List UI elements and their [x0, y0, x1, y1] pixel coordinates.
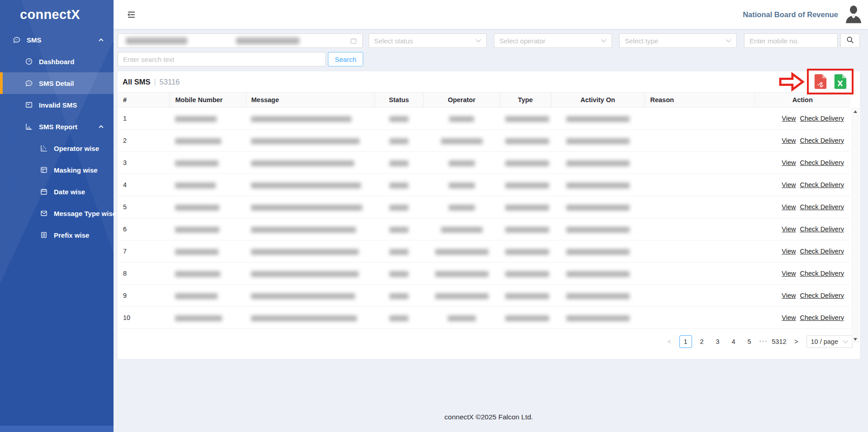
search-button[interactable]: Search [328, 52, 363, 66]
date-range-input[interactable] [118, 33, 363, 48]
mobile-search-button[interactable] [840, 33, 860, 48]
sidebar-item-message-type-wise[interactable]: Message Type wise [0, 202, 114, 224]
filters-row-1: Select status Select operator Select typ… [118, 33, 860, 48]
pagination-last-page[interactable]: 5312 [772, 335, 786, 348]
redacted-message [251, 293, 355, 299]
view-link[interactable]: View [782, 225, 796, 233]
view-link[interactable]: View [782, 292, 796, 299]
reason-cell [645, 285, 754, 307]
row-index: 4 [118, 174, 170, 196]
redacted-type [505, 293, 549, 299]
view-link[interactable]: View [782, 248, 796, 255]
redacted-message [251, 249, 359, 255]
scroll-up-icon[interactable] [854, 110, 857, 113]
pdf-export-icon[interactable] [814, 74, 827, 89]
check-delivery-link[interactable]: Check Delivery [800, 314, 844, 321]
chevron-down-icon [726, 39, 731, 42]
redacted-activity [566, 227, 630, 233]
row-index: 8 [118, 263, 170, 285]
redacted-mobile [175, 249, 218, 255]
status-select[interactable]: Select status [369, 33, 487, 48]
check-delivery-link[interactable]: Check Delivery [800, 248, 844, 255]
chevron-up-icon [99, 38, 104, 42]
redacted-message [251, 138, 360, 144]
redacted-mobile [175, 271, 220, 277]
sidebar-item-dashboard[interactable]: Dashboard [0, 51, 114, 72]
export-annotation-cluster [778, 69, 854, 94]
check-delivery-link[interactable]: Check Delivery [800, 181, 844, 188]
search-text-input[interactable] [123, 52, 320, 66]
sidebar-item-sms[interactable]: SMS [0, 29, 114, 51]
excel-export-icon[interactable] [834, 74, 847, 89]
pagination-ellipsis[interactable]: ••• [759, 338, 768, 345]
sidebar-item-date-wise[interactable]: Date wise [0, 181, 114, 202]
redacted-status [389, 138, 408, 144]
check-delivery-link[interactable]: Check Delivery [800, 137, 844, 144]
menu-fold-icon[interactable] [124, 8, 138, 21]
sidebar-item-masking-wise[interactable]: Masking wise [0, 159, 114, 181]
check-delivery-link[interactable]: Check Delivery [800, 159, 844, 166]
check-delivery-link[interactable]: Check Delivery [800, 292, 844, 299]
type-select[interactable]: Select type [619, 33, 737, 48]
page-size-value: 10 / page [811, 338, 838, 345]
chevron-up-icon [99, 125, 104, 128]
redacted-activity [566, 160, 630, 166]
redacted-activity [566, 116, 630, 122]
redacted-message [251, 205, 362, 211]
user-avatar-icon[interactable] [844, 5, 863, 24]
sidebar-collapse-trigger[interactable] [0, 426, 114, 432]
redacted-status [389, 249, 408, 255]
pagination-page-1[interactable]: 1 [679, 335, 692, 348]
check-delivery-link[interactable]: Check Delivery [800, 115, 844, 122]
col-index: # [118, 93, 170, 108]
view-link[interactable]: View [782, 270, 796, 277]
redacted-activity [566, 271, 630, 277]
sidebar-item-sms-report[interactable]: SMS Report [0, 116, 114, 137]
check-delivery-link[interactable]: Check Delivery [800, 270, 844, 277]
redacted-message [251, 315, 357, 321]
pagination-page-3[interactable]: 3 [712, 335, 724, 348]
redacted-mobile [175, 293, 218, 299]
sidebar-item-label: SMS Report [39, 123, 77, 131]
pagination-page-4[interactable]: 4 [728, 335, 740, 348]
operator-select[interactable]: Select operator [494, 33, 612, 48]
sidebar-item-label: Dashboard [39, 58, 74, 66]
redacted-mobile [175, 116, 217, 122]
mobile-number-field[interactable] [744, 33, 838, 48]
view-link[interactable]: View [782, 314, 796, 321]
view-link[interactable]: View [782, 203, 796, 211]
sidebar-item-label: Masking wise [54, 166, 98, 174]
sidebar-item-prefix-wise[interactable]: Prefix wise [0, 224, 114, 246]
table-row: 5 ViewCheck Delivery [118, 196, 850, 218]
view-link[interactable]: View [782, 181, 796, 188]
sidebar: connectX SMS Dashboard SMS Detail [0, 0, 114, 432]
sidebar-item-sms-detail[interactable]: SMS Detail [0, 72, 114, 94]
table-header: # Mobile Number Message Status Operator … [118, 93, 850, 108]
check-delivery-link[interactable]: Check Delivery [800, 203, 844, 211]
pagination-next-button[interactable]: > [791, 335, 802, 348]
sms-table: # Mobile Number Message Status Operator … [118, 92, 850, 329]
redacted-activity [566, 183, 630, 188]
view-link[interactable]: View [782, 115, 796, 122]
pagination-page-5[interactable]: 5 [744, 335, 755, 348]
check-delivery-link[interactable]: Check Delivery [800, 225, 844, 233]
table-row: 10 ViewCheck Delivery [118, 307, 850, 329]
page-size-select[interactable]: 10 / page [806, 335, 853, 348]
sidebar-item-invalid-sms[interactable]: Invalid SMS [0, 94, 114, 116]
view-link[interactable]: View [782, 137, 796, 144]
message-icon [13, 36, 21, 44]
redacted-activity [566, 138, 630, 144]
mobile-number-input[interactable] [749, 34, 832, 47]
dot-chart-icon [40, 144, 48, 152]
redacted-mobile [175, 160, 218, 166]
pagination-prev-button[interactable]: < [664, 335, 675, 348]
row-index: 9 [118, 285, 170, 307]
view-link[interactable]: View [782, 159, 796, 166]
scroll-down-icon[interactable] [854, 338, 857, 341]
pagination-page-2[interactable]: 2 [696, 335, 708, 348]
sidebar-item-operator-wise[interactable]: Operator wise [0, 137, 114, 159]
total-count: 53116 [160, 78, 180, 86]
search-icon [846, 36, 854, 45]
search-text-field[interactable] [118, 52, 326, 66]
table-scrollbar[interactable] [852, 108, 859, 343]
